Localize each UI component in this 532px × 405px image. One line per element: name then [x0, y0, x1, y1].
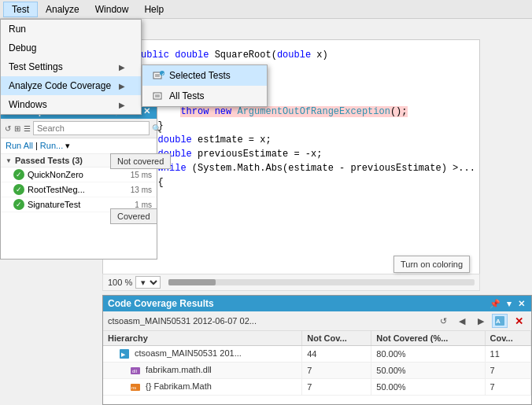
- label-covered: Covered: [110, 208, 157, 224]
- col-not-cov: Not Cov...: [302, 331, 371, 346]
- svg-text:ns: ns: [131, 385, 136, 390]
- zoom-row: 100 % ▾: [102, 274, 480, 291]
- pass-icon-1: ✓: [13, 169, 24, 180]
- label-not-covered: Not covered: [110, 153, 171, 169]
- menu-window[interactable]: Window: [87, 2, 137, 17]
- code-content: public double SquareRoot(double x) { if …: [103, 40, 479, 197]
- row2-notcov: 7: [302, 363, 371, 379]
- dropdown-debug[interactable]: Debug: [1, 39, 141, 57]
- zoom-select[interactable]: ▾: [135, 276, 161, 289]
- test-name-1: QuickNonZero: [28, 170, 127, 179]
- scrollbar[interactable]: [168, 279, 475, 285]
- scroll-thumb[interactable]: [168, 279, 216, 285]
- search-btn[interactable]: 🔍: [151, 120, 162, 136]
- submenu-all-label: All Tests: [169, 90, 204, 101]
- submenu-selected-tests[interactable]: ✓ Selected Tests: [142, 65, 267, 86]
- row2-cov: 7: [485, 363, 530, 379]
- dropdown-windows[interactable]: Windows ▶: [1, 95, 141, 114]
- table-row-2[interactable]: dll fabrikam.math.dll 7 50.00% 7: [103, 363, 531, 379]
- coverage-panel: Code Coverage Results 📌 ▾ ✕ ctsoasm_MAIN…: [102, 295, 532, 405]
- cov-file-label: ctsoasm_MAIN50531 2012-06-07 02...: [108, 316, 432, 326]
- row2-name: dll fabrikam.math.dll: [103, 363, 302, 379]
- dropdown-run[interactable]: Run: [1, 20, 141, 39]
- explorer-toolbar: ↺ ⊞ ☰ 🔍: [1, 119, 157, 138]
- close-icon[interactable]: ✕: [142, 106, 152, 116]
- turn-coloring-tooltip: Turn on coloring: [393, 256, 470, 273]
- all-tests-icon: [152, 90, 164, 102]
- svg-text:A: A: [496, 318, 501, 325]
- cov-close-btn[interactable]: ✕: [511, 314, 526, 328]
- code-line-10: {: [113, 175, 470, 190]
- passed-header-label: Passed Tests (3): [15, 156, 83, 165]
- test-time-3: 1 ms: [135, 201, 152, 209]
- analyze-submenu: ✓ Selected Tests All Tests: [142, 64, 268, 107]
- pass-icon-3: ✓: [13, 199, 24, 210]
- code-line-6: }: [113, 119, 470, 133]
- col-hierarchy: Hierarchy: [103, 331, 302, 346]
- submenu-selected-label: Selected Tests: [169, 70, 231, 81]
- svg-rect-5: [153, 93, 161, 99]
- submenu-all-tests[interactable]: All Tests: [142, 86, 267, 106]
- close-icon-cov[interactable]: ✕: [516, 299, 526, 309]
- list-btn[interactable]: ☰: [23, 120, 31, 136]
- menu-analyze[interactable]: Analyze: [38, 2, 87, 17]
- row2-notcov-pct: 50.00%: [371, 363, 485, 379]
- col-cov: Cov...: [485, 331, 530, 346]
- row3-cov: 7: [485, 379, 530, 396]
- coverage-title: Code Coverage Results: [108, 298, 214, 309]
- test-time-2: 13 ms: [131, 186, 152, 194]
- table-row-3[interactable]: ns {} Fabrikam.Math 7 50.00% 7: [103, 379, 531, 396]
- coverage-panel-controls: 📌 ▾ ✕: [488, 299, 526, 309]
- row3-notcov: 7: [302, 379, 371, 396]
- dropdown-analyze-code-coverage[interactable]: Analyze Code Coverage ▶: [1, 76, 141, 95]
- test-time-1: 15 ms: [131, 171, 152, 179]
- run-all-link[interactable]: Run All: [6, 141, 33, 150]
- row1-cov: 11: [485, 346, 530, 363]
- cov-refresh-btn[interactable]: ↺: [435, 314, 451, 328]
- row1-name: ▶ ctsoasm_MAIN50531 201...: [103, 346, 302, 363]
- arrow-icon: ▶: [119, 101, 125, 109]
- run-some-link[interactable]: Run...: [40, 141, 63, 150]
- code-line-1: public double SquareRoot(double x): [113, 48, 470, 62]
- test-item-1[interactable]: ✓ QuickNonZero 15 ms: [1, 168, 157, 182]
- run-row: Run All | Run... ▾: [1, 138, 157, 154]
- test-explorer-panel: Test Explorer 📌 ▾ ✕ ↺ ⊞ ☰ 🔍 Run All | Ru…: [0, 102, 157, 260]
- menu-help[interactable]: Help: [136, 2, 172, 17]
- zoom-value: 100 %: [108, 278, 132, 287]
- refresh-btn[interactable]: ↺: [4, 120, 12, 136]
- cov-next-btn[interactable]: ▶: [473, 314, 489, 328]
- menu-test[interactable]: Test: [3, 2, 38, 17]
- row1-notcov: 44: [302, 346, 371, 363]
- col-not-cov-pct: Not Covered (%...: [371, 331, 485, 346]
- code-line-7: double est1mate = x;: [113, 133, 470, 147]
- minimize-icon-cov[interactable]: ▾: [505, 299, 513, 309]
- test-item-2[interactable]: ✓ RootTestNeg... 13 ms: [1, 182, 157, 197]
- menu-bar: Test Analyze Window Help: [0, 0, 532, 19]
- coverage-table: Hierarchy Not Cov... Not Covered (%... C…: [103, 331, 531, 396]
- test-name-2: RootTestNeg...: [28, 185, 127, 194]
- cov-prev-btn[interactable]: ◀: [454, 314, 470, 328]
- pin-icon-cov[interactable]: 📌: [488, 299, 502, 309]
- svg-text:✓: ✓: [161, 72, 164, 76]
- test-dropdown: Run Debug Test Settings ▶ Analyze Code C…: [0, 19, 142, 115]
- cov-color-btn[interactable]: A: [492, 314, 508, 328]
- row3-notcov-pct: 50.00%: [371, 379, 485, 396]
- coverage-title-bar: Code Coverage Results 📌 ▾ ✕: [103, 296, 531, 311]
- svg-text:dll: dll: [132, 369, 137, 374]
- table-row-1[interactable]: ▶ ctsoasm_MAIN50531 201... 44 80.00% 11: [103, 346, 531, 363]
- search-input[interactable]: [33, 121, 150, 135]
- row1-notcov-pct: 80.00%: [371, 346, 485, 363]
- collapse-icon[interactable]: ▼: [6, 157, 12, 164]
- dropdown-test-settings[interactable]: Test Settings ▶: [1, 57, 141, 76]
- arrow-icon: ▶: [119, 63, 125, 72]
- coverage-toolbar: ctsoasm_MAIN50531 2012-06-07 02... ↺ ◀ ▶…: [103, 311, 531, 331]
- row3-name: ns {} Fabrikam.Math: [103, 379, 302, 396]
- group-btn[interactable]: ⊞: [13, 120, 21, 136]
- pass-icon-2: ✓: [13, 184, 24, 195]
- arrow-icon: ▶: [119, 82, 125, 90]
- selected-tests-icon: ✓: [152, 69, 164, 82]
